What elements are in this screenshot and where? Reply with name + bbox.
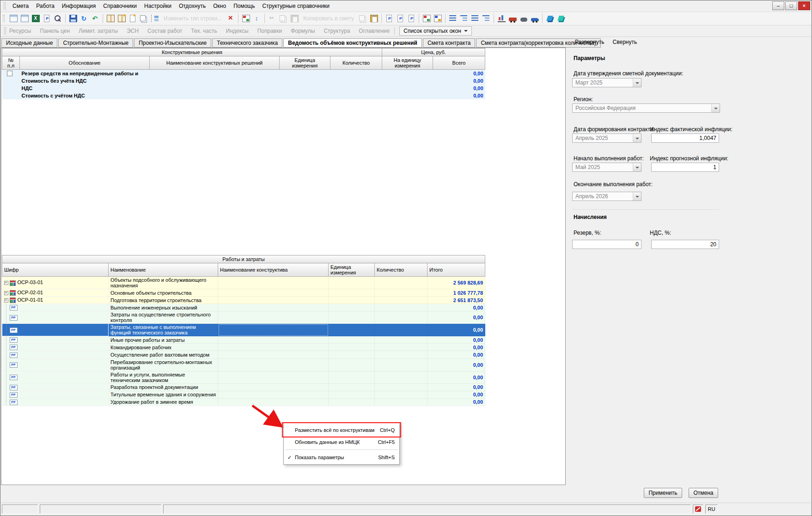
panel-toggle[interactable]: Структура xyxy=(324,28,350,34)
expand-icon[interactable]: + xyxy=(4,281,8,285)
totals-row[interactable]: НДС0,00 xyxy=(2,85,485,92)
works-row[interactable]: РРВыполнение инженерных изысканий0,00 xyxy=(2,304,485,311)
approval-date-select[interactable]: Март 2025 xyxy=(572,78,641,87)
tab[interactable]: Исходные данные xyxy=(1,38,57,48)
column-header[interactable]: Итого xyxy=(427,263,485,277)
save-button[interactable] xyxy=(67,13,79,24)
column-header[interactable]: Наименование конструктива xyxy=(218,263,329,277)
apply-button[interactable]: Применить xyxy=(644,488,682,498)
works-row[interactable]: РРОсуществление работ вахтовым методом0,… xyxy=(2,351,485,358)
sort-rows-button[interactable] xyxy=(251,13,263,24)
actual-inflation-input[interactable] xyxy=(651,134,719,143)
favorite-page-button[interactable] xyxy=(127,13,138,24)
copy-to-estimate-button[interactable]: Копировать в смету xyxy=(300,13,357,24)
contract-date-select[interactable]: Апрель 2025 xyxy=(572,134,641,143)
chevron-down-icon[interactable] xyxy=(711,104,720,112)
works-row[interactable]: +ОСР-02-01Основные объекты строительства… xyxy=(2,289,485,297)
outline-level-1-button[interactable] xyxy=(447,13,458,24)
menu-item[interactable]: Работа xyxy=(32,1,58,11)
panel-toggle[interactable]: Ресурсы xyxy=(9,28,31,34)
column-header[interactable]: Обоснование xyxy=(20,56,150,70)
column-header[interactable]: Шифр xyxy=(2,263,109,277)
copy-button[interactable] xyxy=(278,13,289,24)
forecast-inflation-input[interactable] xyxy=(651,163,719,172)
works-row[interactable]: РРЗатраты на осуществление строительного… xyxy=(2,311,485,324)
panel-toggle[interactable]: Панель цен xyxy=(40,28,70,34)
tab[interactable]: Проектно-Изыскательские xyxy=(134,38,211,48)
open-windows-dropdown[interactable]: Список открытых окон xyxy=(399,26,472,36)
panel-toggle[interactable]: Лимит. затраты xyxy=(79,28,118,34)
panel-toggle[interactable]: Тех. часть xyxy=(191,28,217,34)
add-to-favorites-button[interactable] xyxy=(116,13,127,24)
region-select[interactable]: Российская Федерация xyxy=(572,103,720,113)
chevron-down-icon[interactable] xyxy=(633,163,641,171)
menu-item[interactable]: Окно xyxy=(209,1,230,11)
layers-2-button[interactable] xyxy=(556,13,567,24)
chevron-down-icon[interactable] xyxy=(633,134,641,142)
chevron-down-icon[interactable] xyxy=(633,192,641,200)
tab[interactable]: Ведомость объёмов конструктивных решений xyxy=(283,38,422,48)
print-report-2-button[interactable] xyxy=(395,13,406,24)
works-row[interactable]: РРКомандирование рабочих0,00 xyxy=(2,344,485,351)
print-form-button[interactable] xyxy=(41,13,52,24)
works-row[interactable]: РРЗатраты, связанные с выполнением функц… xyxy=(2,324,485,336)
menu-item[interactable]: Отдохнуть xyxy=(175,1,209,11)
work-end-select[interactable]: Апрель 2026 xyxy=(572,192,641,201)
overheads-button[interactable] xyxy=(518,13,529,24)
excel-export-button[interactable] xyxy=(30,13,41,24)
new-sheet-button[interactable] xyxy=(8,13,19,24)
menu-item[interactable]: Информация xyxy=(58,1,99,11)
menu-item[interactable]: Смета xyxy=(9,1,32,11)
print-report-1-button[interactable] xyxy=(384,13,395,24)
panel-toggle[interactable]: Формулы xyxy=(291,28,315,34)
totals-row[interactable]: Стоимость с учётом НДС0,00 xyxy=(2,92,485,99)
expand-icon[interactable]: + xyxy=(4,298,8,303)
totals-row[interactable]: Резерв средств на непредвиденные работы … xyxy=(2,70,485,77)
column-header[interactable]: Количество xyxy=(375,263,427,277)
insert-sheet-button[interactable] xyxy=(19,13,30,24)
close-button[interactable]: × xyxy=(798,1,810,10)
column-header[interactable]: На единицу измерения xyxy=(382,56,433,70)
reserve-input[interactable] xyxy=(572,240,641,249)
search-button[interactable] xyxy=(52,13,63,24)
column-header[interactable]: Единица измерения xyxy=(329,263,375,277)
column-header[interactable]: Единица измерения xyxy=(280,56,330,70)
cut-button[interactable] xyxy=(267,13,278,24)
menu-item[interactable]: Справочники xyxy=(99,1,140,11)
print-report-3-button[interactable] xyxy=(406,13,417,24)
copy-rows-button[interactable] xyxy=(138,13,149,24)
tab[interactable]: Смета контракта xyxy=(423,38,476,48)
totals-row[interactable]: Стоимость без учёта НДС0,00 xyxy=(2,77,485,85)
chevron-down-icon[interactable] xyxy=(633,79,641,87)
change-row-type-button[interactable]: Изменить тип строки... xyxy=(160,13,225,24)
panel-toggle[interactable]: Оглавление xyxy=(359,28,390,34)
panel-toggle[interactable]: ЭСН xyxy=(127,28,139,34)
language-indicator[interactable]: RU xyxy=(705,504,718,514)
maximize-button[interactable]: □ xyxy=(785,1,797,10)
column-header[interactable]: № п.л xyxy=(2,56,20,70)
menu-item-update-from-nmck[interactable]: Обновить данные из НМЦК Ctrl+F5 xyxy=(284,436,399,448)
normative-base-button[interactable] xyxy=(105,13,116,24)
outline-level-2-button[interactable] xyxy=(458,13,470,24)
delete-row-button[interactable] xyxy=(225,13,236,24)
undo-button[interactable] xyxy=(90,13,101,24)
menu-item[interactable]: Помощь xyxy=(230,1,258,11)
column-header[interactable]: Наименование xyxy=(109,263,218,277)
transport-button[interactable] xyxy=(507,13,518,24)
work-start-select[interactable]: Май 2025 xyxy=(572,163,641,172)
column-header[interactable]: Наименование конструктивных решений xyxy=(150,56,280,70)
refresh-button[interactable] xyxy=(79,13,90,24)
paste-button[interactable] xyxy=(289,13,300,24)
expand-all-button[interactable]: Развернуть xyxy=(575,39,604,45)
clipboard-button[interactable] xyxy=(368,13,379,24)
copy-fragment-button[interactable] xyxy=(357,13,368,24)
outline-collapse-button[interactable] xyxy=(481,13,492,24)
vat-input[interactable] xyxy=(651,240,719,249)
table-view-button[interactable] xyxy=(240,13,251,24)
menu-item-place-all-by-constructs[interactable]: Разместить всё по конструктивам Ctrl+Q xyxy=(284,424,399,436)
outline-expand-button[interactable] xyxy=(470,13,481,24)
column-header[interactable]: Всего xyxy=(433,56,485,70)
panel-toggle[interactable]: Индексы xyxy=(226,28,249,34)
column-header[interactable]: Количество xyxy=(330,56,382,70)
menu-item-show-parameters[interactable]: ✓ Показать параметры Shift+S xyxy=(284,451,399,463)
